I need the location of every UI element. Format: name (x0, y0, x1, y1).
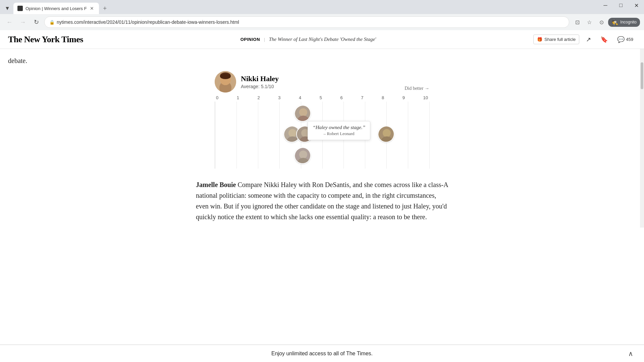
comments-button[interactable]: 💬 459 (614, 34, 636, 45)
tab-close-button[interactable]: ✕ (89, 5, 95, 11)
bookmark-icon: 🔖 (600, 36, 608, 43)
svg-point-10 (288, 129, 297, 137)
incognito-badge: 🕵 Incognito (608, 18, 640, 27)
svg-point-5 (220, 74, 231, 79)
header-actions: 🎁 Share full article ↗ 🔖 💬 459 (533, 34, 636, 45)
tooltip: “Haley owned the stage.” – Robert Leonar… (308, 121, 370, 140)
tooltip-quote: “Haley owned the stage.” (313, 125, 365, 130)
intro-text: debate. (0, 49, 644, 66)
tab-switcher-button[interactable]: ▼ (3, 4, 12, 13)
scrollbar-track[interactable] (640, 49, 644, 228)
axis-4: 4 (299, 95, 301, 100)
author-name: Jamelle Bouie (196, 181, 236, 188)
nav-divider: | (264, 37, 265, 42)
nyt-logo[interactable]: The New York Times (8, 35, 83, 45)
profile-sync-icon[interactable]: ⊙ (596, 17, 607, 27)
url-text: nytimes.com/interactive/2024/01/11/opini… (57, 19, 239, 25)
axis-3: 3 (278, 95, 280, 100)
article-nav-title: The Winner of Last Night's Debate 'Owned… (269, 37, 376, 42)
gridline-3 (279, 102, 280, 169)
toolbar-icons: ⊡ ☆ ⊙ 🕵 Incognito (572, 17, 640, 27)
chart-section: Nikki Haley Average: 5.1/10 Did better →… (188, 66, 456, 174)
address-bar: ← → ↻ 🔒 nytimes.com/interactive/2024/01/… (0, 14, 644, 30)
scrollbar-thumb[interactable] (641, 62, 643, 89)
share-icon-button[interactable]: ↗ (583, 34, 594, 45)
comments-icon: 💬 (617, 36, 625, 43)
paywall-bar: Enjoy unlimited access to all of The Tim… (0, 345, 644, 348)
article-content: debate. (0, 49, 644, 228)
tab-title: Opinion | Winners and Losers F (25, 6, 87, 11)
axis-0: 0 (216, 95, 218, 100)
window-controls-area: ─ □ ✕ (598, 0, 644, 14)
browser-chrome: ▼ Opinion | Winners and Losers F ✕ + ─ □… (0, 0, 644, 30)
gridline-10 (429, 102, 430, 169)
axis-6: 6 (340, 95, 343, 100)
gridline-1 (236, 102, 237, 169)
minimize-button[interactable]: ─ (598, 0, 613, 11)
person-name: Nikki Haley (241, 74, 279, 83)
nyt-nav: OPINION | The Winner of Last Night's Deb… (83, 37, 533, 42)
gridline-2 (258, 102, 258, 169)
svg-point-7 (299, 108, 307, 116)
person-info: Nikki Haley Average: 5.1/10 (241, 74, 279, 89)
axis-7: 7 (361, 95, 363, 100)
reviewer-dot-1 (294, 105, 311, 122)
reviewer-dot-highlighted (378, 126, 394, 142)
forward-button[interactable]: → (17, 17, 28, 27)
maximize-button[interactable]: □ (613, 0, 629, 11)
person-average: Average: 5.1/10 (241, 84, 279, 89)
axis-10: 10 (423, 95, 428, 100)
incognito-label: Incognito (620, 20, 637, 24)
axis-9: 9 (402, 95, 405, 100)
share-full-article-button[interactable]: 🎁 Share full article (533, 35, 579, 44)
close-button[interactable]: ✕ (629, 0, 644, 11)
avatar-svg (215, 71, 236, 93)
reload-button[interactable]: ↻ (31, 17, 42, 27)
axis-2: 2 (258, 95, 260, 100)
nyt-page: The New York Times OPINION | The Winner … (0, 30, 644, 348)
axis-5: 5 (320, 95, 322, 100)
lock-icon: 🔒 (49, 20, 55, 25)
back-button[interactable]: ← (4, 17, 15, 27)
chart-plot: “Haley owned the stage.” – Robert Leonar… (215, 102, 429, 169)
opinion-label: OPINION (240, 37, 260, 42)
axis-1: 1 (237, 95, 239, 100)
axis-8: 8 (382, 95, 384, 100)
tab-favicon (17, 6, 23, 11)
tab-bar: ▼ Opinion | Winners and Losers F ✕ + ─ □… (0, 0, 644, 14)
chart-axis: 0 1 2 3 4 5 6 7 8 9 10 (215, 95, 429, 100)
share-label: Share full article (544, 37, 576, 42)
bookmark-article-button[interactable]: 🔖 (598, 34, 610, 45)
body-text: Jamelle Bouie Compare Nikki Haley with R… (188, 174, 456, 228)
gridline-0 (215, 102, 215, 169)
avatar (215, 71, 236, 93)
active-tab[interactable]: Opinion | Winners and Losers F ✕ (13, 3, 99, 14)
gridline-9 (408, 102, 408, 169)
svg-point-16 (299, 150, 307, 159)
incognito-icon: 🕵 (611, 19, 618, 25)
tooltip-attribution: – Robert Leonard (313, 131, 365, 136)
nyt-header: The New York Times OPINION | The Winner … (0, 30, 644, 49)
comments-count: 459 (626, 37, 633, 42)
url-bar[interactable]: 🔒 nytimes.com/interactive/2024/01/11/opi… (44, 16, 569, 28)
chart-container: 0 1 2 3 4 5 6 7 8 9 10 (215, 95, 429, 169)
chart-label-right: Did better → (405, 86, 429, 93)
screenshare-icon[interactable]: ⊡ (572, 17, 583, 27)
svg-point-19 (383, 129, 391, 137)
share-icon: ↗ (586, 36, 591, 43)
new-tab-button[interactable]: + (100, 4, 110, 13)
bookmark-icon[interactable]: ☆ (584, 17, 595, 27)
reviewer-dot-4 (294, 147, 311, 164)
gift-icon: 🎁 (537, 37, 542, 42)
